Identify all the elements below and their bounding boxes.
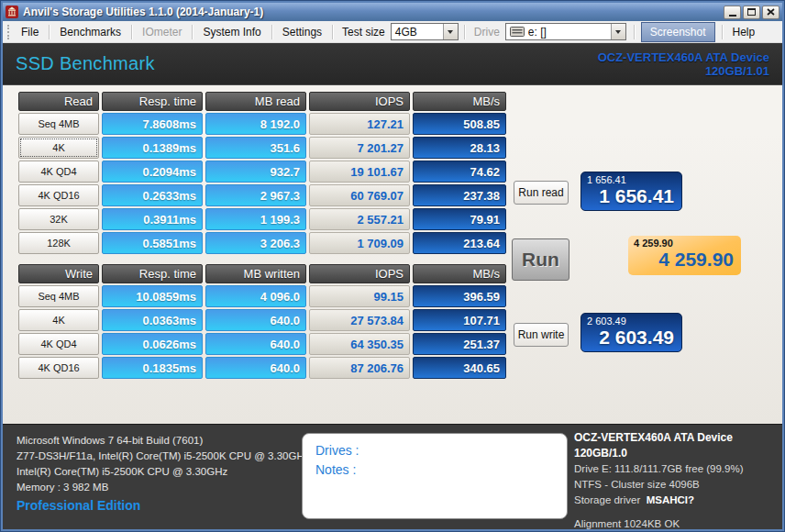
close-button[interactable] [762,6,779,19]
write-header-mbs: MB/s [413,264,506,283]
read-results-table: Read Resp. time MB read IOPS MB/s Seq 4M… [18,92,506,254]
drive-filesystem: NTFS - Cluster size 4096B [574,477,777,493]
write-results-table: Write Resp. time MB written IOPS MB/s Se… [18,264,506,379]
read-4kqd16-mbs: 237.38 [413,184,506,206]
drive-select[interactable]: e: [] [505,23,626,40]
edition-label: Professional Edition [17,498,140,513]
menu-separator [464,25,465,39]
drive-details-title: OCZ-VERTEX460A ATA Device 120GB/1.0 [574,430,777,461]
write-seq4mb-mbs: 396.59 [413,285,506,307]
write-4k-resp: 0.0363ms [102,309,203,331]
read-header-mb-read: MB read [205,92,306,111]
cpu-line: Intel(R) Core(TM) i5-2500K CPU @ 3.30GHz [17,464,310,480]
write-row-seq4mb-button[interactable]: Seq 4MB [18,285,99,307]
read-4kqd4-iops: 19 101.67 [309,161,410,183]
read-4k-mbs: 28.13 [413,137,506,159]
write-4k-mbs: 107.71 [413,309,506,331]
menu-separator [332,25,333,39]
read-row-seq4mb-button[interactable]: Seq 4MB [18,113,99,135]
title-bar: Anvil's Storage Utilities 1.1.0 (2014-Ja… [3,3,782,21]
storage-driver-line: Storage driver MSAHCI? [574,493,777,508]
menu-help[interactable]: Help [724,23,764,41]
write-row-4k-button[interactable]: 4K [18,309,99,331]
menu-separator [271,25,272,39]
menu-settings[interactable]: Settings [274,23,330,41]
write-header-resp-time: Resp. time [102,264,203,283]
write-4k-iops: 27 573.84 [309,309,410,331]
menu-system-info[interactable]: System Info [194,23,269,41]
total-score-small: 4 259.90 [628,236,741,249]
write-row-4kqd16-button[interactable]: 4K QD16 [18,357,99,379]
app-icon [6,6,18,18]
menu-iometer: IOmeter [134,23,190,41]
menu-bar: File Benchmarks IOmeter System Info Sett… [3,21,782,43]
write-score-box: 2 603.49 2 603.49 [580,313,682,352]
read-header-iops: IOPS [309,92,410,111]
test-size-dropdown-button[interactable] [443,24,458,39]
read-row-32k-button[interactable]: 32K [18,208,99,230]
drive-dropdown-button[interactable] [611,24,625,39]
menu-file[interactable]: File [13,23,47,41]
drive-label: Drive [467,26,505,39]
write-4k-mb: 640.0 [205,309,306,331]
write-4kqd4-iops: 64 350.35 [309,333,410,355]
read-header-read: Read [18,92,99,111]
read-4k-iops: 7 201.27 [309,137,410,159]
drive-icon [510,27,525,37]
read-4kqd16-resp: 0.2633ms [102,184,203,206]
system-info-panel: Microsoft Windows 7 64-bit Build (7601) … [3,424,782,529]
read-4kqd4-mbs: 74.62 [413,161,506,183]
read-32k-mb: 1 199.3 [205,208,306,230]
read-header-mbs: MB/s [413,92,506,111]
write-4kqd4-mb: 640.0 [205,333,306,355]
drive-free-space: Drive E: 111.8/111.7GB free (99.9%) [574,461,777,477]
read-header-resp-time: Resp. time [102,92,203,111]
device-capacity: 120GB/1.01 [598,64,769,78]
write-4kqd16-resp: 0.1835ms [102,357,203,379]
menu-separator [634,25,635,39]
chevron-down-icon [448,30,453,34]
run-button[interactable]: Run [512,238,569,281]
storage-driver-value: MSAHCI? [647,494,694,505]
menu-separator [192,25,193,39]
memory-line: Memory : 3 982 MB [17,480,310,495]
drive-details: OCZ-VERTEX460A ATA Device 120GB/1.0 Driv… [574,430,777,532]
drives-notes-box[interactable]: Drives : Notes : [302,433,568,519]
run-write-button[interactable]: Run write [514,323,569,347]
maximize-button[interactable] [743,6,760,19]
test-size-select[interactable]: 4GB [391,23,459,40]
write-header-write: Write [18,264,99,283]
read-4kqd16-iops: 60 769.07 [309,184,410,206]
minimize-icon [729,15,736,17]
write-row-4kqd4-button[interactable]: 4K QD4 [18,333,99,355]
run-read-button[interactable]: Run read [514,181,569,205]
read-row-4kqd4-button[interactable]: 4K QD4 [18,161,99,183]
read-4kqd4-resp: 0.2094ms [102,161,203,183]
total-score-box: 4 259.90 4 259.90 [628,236,741,275]
menu-separator [49,25,50,39]
minimize-button[interactable] [724,6,741,19]
device-info: OCZ-VERTEX460A ATA Device 120GB/1.01 [598,50,769,78]
read-32k-iops: 2 557.21 [309,208,410,230]
screenshot-button[interactable]: Screenshot [641,22,715,42]
read-row-4kqd16-button[interactable]: 4K QD16 [18,184,99,206]
drives-label: Drives : [315,441,567,460]
read-row-128k-button[interactable]: 128K [18,232,99,254]
read-score-box: 1 656.41 1 656.41 [580,172,682,211]
write-4kqd4-resp: 0.0626ms [102,333,203,355]
read-4k-mb: 351.6 [205,137,306,159]
drive-value: e: [] [528,26,547,39]
read-seq4mb-resp: 7.8608ms [102,113,203,135]
test-size-label: Test size [335,26,391,39]
test-size-value: 4GB [392,26,443,39]
read-seq4mb-mb: 8 192.0 [205,113,306,135]
alignment-line: Alignment 1024KB OK [574,516,777,532]
storage-driver-label: Storage driver [574,494,640,505]
notes-label: Notes : [315,460,567,480]
read-4kqd4-mb: 932.7 [205,161,306,183]
spacer [574,508,777,516]
menu-benchmarks[interactable]: Benchmarks [51,23,129,41]
toolbar-grip [7,25,9,39]
device-name: OCZ-VERTEX460A ATA Device [598,50,769,64]
read-row-4k-button[interactable]: 4K [18,137,99,159]
